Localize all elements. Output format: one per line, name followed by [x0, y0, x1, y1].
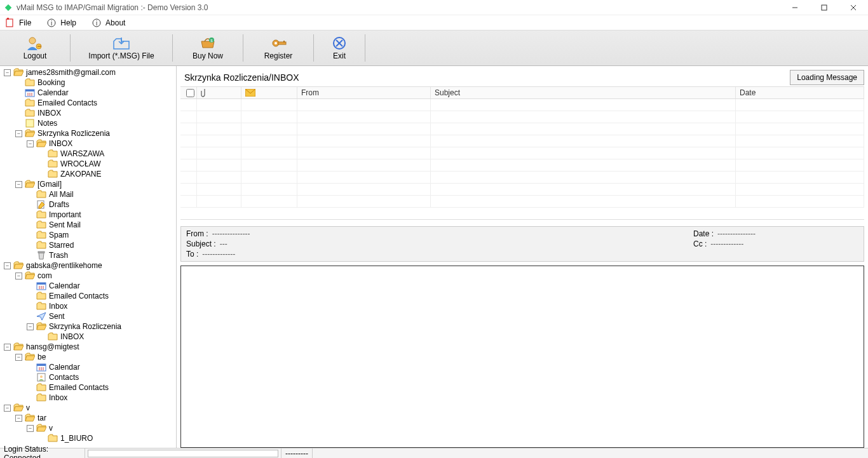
- close-button[interactable]: [839, 0, 868, 15]
- message-grid-body[interactable]: [180, 99, 864, 220]
- col-from[interactable]: From: [297, 87, 431, 98]
- calendar-icon: [36, 363, 46, 372]
- folder-open-icon: [25, 180, 35, 189]
- collapse-icon[interactable]: −: [15, 415, 22, 422]
- tree-label: Emailed Contacts: [49, 383, 109, 392]
- svg-text:i: i: [51, 20, 52, 27]
- folder-tree[interactable]: −james28smith@gmail.comBookingCalendarEm…: [0, 66, 177, 448]
- import-label: Import (*.MSG) File: [88, 51, 154, 60]
- folder-icon: [36, 383, 46, 392]
- loading-message-button[interactable]: Loading Message: [790, 70, 864, 85]
- folder-icon: [48, 332, 58, 341]
- tree-node[interactable]: WARSZAWA: [0, 149, 176, 159]
- collapse-icon[interactable]: −: [15, 181, 22, 188]
- tree-node[interactable]: −[Gmail]: [0, 179, 176, 189]
- tree-label: WROCŁAW: [60, 159, 101, 168]
- folder-open-icon: [13, 68, 24, 77]
- svg-rect-1: [822, 5, 827, 10]
- logout-button[interactable]: Logout: [0, 30, 70, 65]
- subject-label: Subject :: [186, 239, 216, 248]
- col-checkbox[interactable]: [180, 87, 197, 98]
- collapse-icon[interactable]: −: [27, 140, 34, 147]
- tree-node[interactable]: −james28smith@gmail.com: [0, 67, 176, 77]
- folder-open-icon: [13, 403, 24, 412]
- tree-label: Calendar: [37, 88, 69, 97]
- collapse-icon[interactable]: −: [4, 69, 11, 76]
- tree-node[interactable]: −tar: [0, 413, 176, 423]
- tree-node[interactable]: −Skrzynka Rozliczenia: [0, 321, 176, 332]
- tree-node[interactable]: −hansg@migtest: [0, 342, 176, 352]
- tree-node[interactable]: 1_BIURO: [0, 433, 176, 443]
- tree-node[interactable]: Important: [0, 210, 176, 220]
- register-button[interactable]: Register: [243, 30, 313, 65]
- col-subject[interactable]: Subject: [431, 87, 736, 98]
- collapse-icon[interactable]: −: [27, 323, 34, 330]
- col-date[interactable]: Date: [736, 87, 864, 98]
- menu-about[interactable]: i About: [92, 18, 125, 28]
- tree-label: be: [37, 353, 46, 361]
- tree-node[interactable]: Drafts: [0, 199, 176, 210]
- collapse-icon[interactable]: −: [4, 262, 11, 269]
- menu-file-label: File: [19, 18, 31, 27]
- tree-node[interactable]: Calendar: [0, 281, 176, 291]
- import-button[interactable]: Import (*.MSG) File: [71, 30, 172, 65]
- buy-now-button[interactable]: $ Buy Now: [173, 30, 243, 65]
- tree-node[interactable]: Sent Mail: [0, 220, 176, 230]
- minimize-button[interactable]: [780, 0, 810, 15]
- collapse-icon[interactable]: −: [15, 354, 22, 361]
- preview-body[interactable]: [180, 266, 864, 448]
- tree-node[interactable]: Trash: [0, 250, 176, 260]
- tree-node[interactable]: −Skrzynka Rozliczenia: [0, 128, 176, 138]
- tree-node[interactable]: −INBOX: [0, 138, 176, 149]
- sent-icon: [36, 312, 46, 321]
- collapse-icon[interactable]: −: [27, 425, 34, 432]
- folder-open-icon: [13, 261, 24, 270]
- tree-node[interactable]: Spam: [0, 230, 176, 240]
- col-flag[interactable]: [241, 87, 297, 98]
- logout-icon: [26, 36, 44, 50]
- tree-node[interactable]: Starred: [0, 240, 176, 250]
- tree-label: Skrzynka Rozliczenia: [37, 129, 110, 138]
- collapse-icon[interactable]: −: [15, 273, 22, 280]
- tree-node[interactable]: Emailed Contacts: [0, 382, 176, 393]
- tree-label: INBOX: [37, 109, 61, 118]
- maximize-button[interactable]: [810, 0, 839, 15]
- tree-node[interactable]: Inbox: [0, 301, 176, 311]
- tree-node[interactable]: −v: [0, 423, 176, 433]
- envelope-icon: [245, 89, 255, 97]
- tree-node[interactable]: Calendar: [0, 88, 176, 98]
- collapse-icon[interactable]: −: [4, 405, 11, 412]
- note-icon: [25, 119, 35, 128]
- tree-node[interactable]: Calendar: [0, 362, 176, 372]
- cc-label: Cc :: [693, 239, 707, 248]
- tree-node[interactable]: −be: [0, 352, 176, 362]
- tree-node[interactable]: ZAKOPANE: [0, 169, 176, 179]
- collapse-icon[interactable]: −: [15, 130, 22, 137]
- collapse-icon[interactable]: −: [4, 344, 11, 351]
- tree-node[interactable]: WROCŁAW: [0, 159, 176, 169]
- col-attachment[interactable]: [197, 87, 241, 98]
- folder-icon: [25, 78, 35, 87]
- menu-file[interactable]: File: [5, 18, 31, 28]
- tree-node[interactable]: Notes: [0, 118, 176, 128]
- menu-help[interactable]: i Help: [46, 18, 76, 28]
- tree-node[interactable]: −com: [0, 271, 176, 281]
- svg-rect-17: [278, 42, 286, 44]
- tree-node[interactable]: Emailed Contacts: [0, 98, 176, 108]
- tree-node[interactable]: Inbox: [0, 393, 176, 403]
- folder-icon: [25, 98, 35, 107]
- tree-node[interactable]: INBOX: [0, 108, 176, 118]
- select-all-checkbox[interactable]: [186, 89, 194, 97]
- tree-label: Drafts: [49, 200, 69, 209]
- tree-node[interactable]: −gabska@rentlikehome: [0, 260, 176, 271]
- svg-point-41: [40, 375, 43, 378]
- tree-node[interactable]: Emailed Contacts: [0, 291, 176, 301]
- tree-node[interactable]: Booking: [0, 77, 176, 88]
- tree-node[interactable]: All Mail: [0, 189, 176, 199]
- tree-node[interactable]: Contacts: [0, 372, 176, 382]
- import-icon: [112, 36, 130, 50]
- tree-node[interactable]: Sent: [0, 311, 176, 321]
- tree-node[interactable]: −v: [0, 403, 176, 413]
- tree-node[interactable]: INBOX: [0, 332, 176, 342]
- exit-button[interactable]: Exit: [314, 30, 365, 65]
